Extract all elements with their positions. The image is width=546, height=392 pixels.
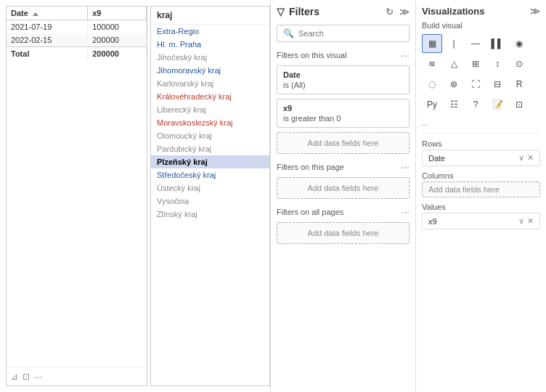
kraj-item[interactable]: Olomoucký kraj <box>151 129 269 142</box>
kraj-panel: kraj Extra-RegioHl. m. PrahaJihočeský kr… <box>150 6 270 386</box>
rows-field[interactable]: Date ∨ ✕ <box>422 150 540 166</box>
bar-chart-icon[interactable]: | <box>444 34 464 53</box>
filters-on-page-label: Filters on this page ··· <box>277 161 410 173</box>
x9-filter-value: is greater than 0 <box>283 114 403 123</box>
columns-label: Columns <box>422 171 540 180</box>
more-options-icon[interactable]: ··· <box>34 371 43 383</box>
stacked-bar-icon[interactable]: ▌▌ <box>487 34 508 53</box>
total-label: Total <box>7 47 88 61</box>
treemap-icon[interactable]: ⊞ <box>465 54 486 73</box>
col-date[interactable]: Date <box>7 7 88 20</box>
values-field-actions: ∨ ✕ <box>518 216 534 226</box>
all-pages-filter-more[interactable]: ··· <box>401 206 410 218</box>
kraj-item[interactable]: Extra-Regio <box>151 25 269 38</box>
date-filter-card[interactable]: Date is (All) <box>277 65 410 94</box>
ribbon-icon[interactable]: ⊟ <box>487 75 508 94</box>
x9-cell: 200000 <box>88 33 147 47</box>
search-box[interactable]: 🔍 <box>277 25 410 42</box>
refresh-icon[interactable]: ↻ <box>386 7 394 17</box>
search-input[interactable] <box>298 29 403 38</box>
pie-chart-icon[interactable]: ◉ <box>509 34 529 53</box>
viz-panel: Visualizations ≫ Build visual ▦|—▌▌◉≋△⊞↕… <box>415 0 546 392</box>
add-page-fields-btn[interactable]: Add data fields here <box>277 177 410 199</box>
date-filter-title: Date <box>283 70 403 79</box>
kraj-list: Extra-RegioHl. m. PrahaJihočeský krajJih… <box>151 25 269 385</box>
rows-field-remove[interactable]: ✕ <box>527 153 534 163</box>
search-icon: 🔍 <box>283 28 294 38</box>
python-icon[interactable]: Py <box>422 95 442 114</box>
rows-field-name: Date <box>428 154 445 163</box>
x9-cell: 100000 <box>88 20 147 34</box>
kraj-item[interactable]: Liberecký kraj <box>151 103 269 116</box>
column-chart-icon[interactable]: — <box>465 34 486 53</box>
x9-filter-card[interactable]: x9 is greater than 0 <box>277 99 410 128</box>
filters-on-visual-label: Filters on this visual ··· <box>277 49 410 61</box>
date-cell: 2022-02-15 <box>7 33 88 47</box>
decomp-icon[interactable]: ☷ <box>444 95 464 114</box>
kraj-item[interactable]: Jihočeský kraj <box>151 51 269 64</box>
x9-col-label: x9 <box>92 9 101 17</box>
gauge-icon[interactable]: ⊙ <box>509 54 529 73</box>
values-field[interactable]: x9 ∨ ✕ <box>422 213 540 229</box>
values-field-name: x9 <box>428 217 437 226</box>
expand-icon[interactable]: ⊡ <box>23 372 30 382</box>
filters-actions: ↻ ≫ <box>386 7 410 17</box>
add-columns-field[interactable]: Add data fields here <box>422 181 540 197</box>
x9-filter-title: x9 <box>283 104 403 113</box>
filters-title: Filters <box>289 6 319 17</box>
paginated-icon[interactable]: ⊡ <box>509 95 529 114</box>
expand-icon[interactable]: ≫ <box>399 7 410 17</box>
data-table: Date x9 2021-07-19 100000 2022-02-15 200… <box>7 7 147 60</box>
kraj-item[interactable]: Středočeský kraj <box>151 168 269 181</box>
total-value: 200000 <box>88 47 147 61</box>
rows-field-actions: ∨ ✕ <box>518 153 534 163</box>
kraj-item[interactable]: Karlovarský kraj <box>151 77 269 90</box>
kraj-item[interactable]: Zlínský kraj <box>151 208 269 221</box>
kraj-item[interactable]: Vysočina <box>151 195 269 208</box>
kraj-item[interactable]: Ústecký kraj <box>151 181 269 195</box>
viz-divider <box>422 133 540 134</box>
kraj-item[interactable]: Královéhradecký kraj <box>151 90 269 103</box>
col-x9[interactable]: x9 <box>88 7 147 20</box>
r-visual-icon[interactable]: R <box>509 75 529 94</box>
date-cell: 2021-07-19 <box>7 20 88 34</box>
values-field-remove[interactable]: ✕ <box>527 216 534 226</box>
sort-icon <box>33 12 38 16</box>
viz-expand-icon[interactable]: ≫ <box>530 6 540 17</box>
rows-label: Rows <box>422 139 540 148</box>
values-field-chevron[interactable]: ∨ <box>518 216 524 226</box>
rows-field-chevron[interactable]: ∨ <box>518 153 524 163</box>
matrix-icon[interactable]: ▦ <box>422 34 442 53</box>
narr-icon[interactable]: 📝 <box>487 95 508 114</box>
kraj-item[interactable]: Hl. m. Praha <box>151 38 269 51</box>
filter-funnel-icon: ▽ <box>277 6 285 17</box>
add-visual-fields-btn[interactable]: Add data fields here <box>277 132 410 154</box>
viz-icons-grid: ▦|—▌▌◉≋△⊞↕⊙◌⊛⛶⊟RPy☷?📝⊡ <box>422 34 540 114</box>
kraj-item[interactable]: Pardubický kraj <box>151 142 269 155</box>
table-content: Date x9 2021-07-19 100000 2022-02-15 200… <box>7 7 147 367</box>
qna-icon[interactable]: ? <box>465 95 486 114</box>
total-row: Total 200000 <box>7 47 147 61</box>
kraj-item[interactable]: Moravskoslezský kraj <box>151 116 269 129</box>
filters-header: ▽ Filters ↻ ≫ <box>277 6 410 17</box>
page-filter-more[interactable]: ··· <box>401 161 410 173</box>
add-all-pages-fields-btn[interactable]: Add data fields here <box>277 222 410 244</box>
scatter-icon[interactable]: ⊛ <box>444 75 464 94</box>
viz-more-label[interactable]: ... <box>422 118 540 127</box>
line-chart-icon[interactable]: △ <box>444 54 464 73</box>
kraj-item[interactable]: Plzeňský kraj <box>151 155 269 168</box>
area-chart-icon[interactable]: ≋ <box>422 54 442 73</box>
table-footer: ⊿ ⊡ ··· <box>7 367 147 385</box>
table-row: 2022-02-15 200000 <box>7 33 147 47</box>
viz-header: Visualizations ≫ <box>422 6 540 17</box>
visual-filter-more[interactable]: ··· <box>401 49 410 61</box>
filters-all-pages-label: Filters on all pages ··· <box>277 206 410 218</box>
kpi-icon[interactable]: ◌ <box>422 75 442 94</box>
waterfall-icon[interactable]: ↕ <box>487 54 508 73</box>
filter-icon[interactable]: ⊿ <box>11 372 18 382</box>
kraj-item[interactable]: Jihomoravský kraj <box>151 64 269 77</box>
viz-title: Visualizations <box>422 6 484 17</box>
filters-panel: ▽ Filters ↻ ≫ 🔍 Filters on this visual ·… <box>270 0 415 392</box>
viz-build-label: Build visual <box>422 21 540 30</box>
map-icon[interactable]: ⛶ <box>465 75 486 94</box>
